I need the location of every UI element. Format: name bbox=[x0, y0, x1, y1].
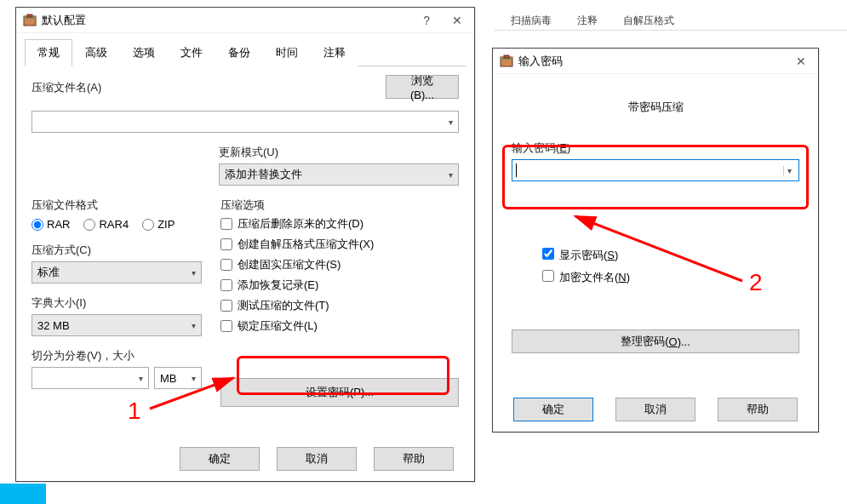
opt-delete-after[interactable]: 压缩后删除原来的文件(D) bbox=[220, 216, 459, 232]
method-label: 压缩方式(C) bbox=[31, 243, 202, 258]
update-mode-combo[interactable]: 添加并替换文件 ▾ bbox=[219, 163, 459, 186]
taskbar-fragment bbox=[0, 484, 46, 504]
password-headline: 带密码压缩 bbox=[512, 100, 799, 115]
tab-backup[interactable]: 备份 bbox=[215, 39, 263, 66]
dict-label: 字典大小(I) bbox=[31, 295, 202, 311]
archive-name-label: 压缩文件名(A) bbox=[31, 80, 379, 95]
tab-comment[interactable]: 注释 bbox=[311, 39, 358, 66]
close-button[interactable]: ✕ bbox=[447, 12, 467, 29]
svg-rect-2 bbox=[27, 14, 32, 17]
update-mode-label: 更新模式(U) bbox=[219, 145, 459, 160]
options-label: 压缩选项 bbox=[220, 198, 459, 213]
method-value: 标准 bbox=[37, 265, 60, 280]
tab-bar: 常规 高级 选项 文件 备份 时间 注释 bbox=[25, 38, 466, 66]
archive-name-combo[interactable]: ▾ bbox=[31, 111, 459, 133]
dialog1-ok-button[interactable]: 确定 bbox=[180, 447, 260, 471]
opt-solid[interactable]: 创建固实压缩文件(S) bbox=[220, 257, 459, 272]
dialog2-titlebar: 输入密码 ✕ bbox=[493, 49, 818, 74]
toolbar-sfx[interactable]: 自解压格式 bbox=[623, 2, 674, 28]
set-password-button[interactable]: 设置密码(P)... bbox=[220, 378, 459, 407]
help-button[interactable]: ? bbox=[418, 12, 435, 29]
tab-general[interactable]: 常规 bbox=[25, 39, 72, 66]
svg-rect-5 bbox=[504, 55, 509, 58]
toolbar-comment[interactable]: 注释 bbox=[577, 2, 598, 28]
close-button[interactable]: ✕ bbox=[791, 53, 811, 70]
dialog2-title: 输入密码 bbox=[518, 54, 791, 69]
format-rar[interactable]: RAR bbox=[31, 218, 70, 231]
annotation-1: 1 bbox=[128, 398, 141, 425]
tab-advanced[interactable]: 高级 bbox=[72, 39, 120, 66]
format-zip[interactable]: ZIP bbox=[142, 218, 175, 231]
dialog1-title: 默认配置 bbox=[42, 13, 418, 28]
dict-value: 32 MB bbox=[37, 319, 70, 332]
dialog2-help-button[interactable]: 帮助 bbox=[718, 398, 798, 421]
opt-sfx[interactable]: 创建自解压格式压缩文件(X) bbox=[220, 237, 459, 252]
update-mode-value: 添加并替换文件 bbox=[225, 167, 302, 182]
opt-recovery[interactable]: 添加恢复记录(E) bbox=[220, 278, 459, 293]
dialog2-cancel-button[interactable]: 取消 bbox=[615, 398, 695, 421]
winrar-icon bbox=[500, 54, 513, 68]
winrar-icon bbox=[23, 14, 37, 27]
enter-password-label: 输入密码(E) bbox=[512, 140, 799, 156]
opt-lock[interactable]: 锁定压缩文件(L) bbox=[220, 318, 459, 334]
dialog1-titlebar: 默认配置 ? ✕ bbox=[16, 8, 474, 33]
toolbar-scan[interactable]: 扫描病毒 bbox=[511, 2, 552, 28]
dict-combo[interactable]: 32 MB▾ bbox=[31, 314, 202, 336]
enter-password-dialog: 输入密码 ✕ 带密码压缩 输入密码(E) ▾ 显示密码(S) 加密文件名(N) … bbox=[492, 48, 819, 432]
tab-files[interactable]: 文件 bbox=[168, 39, 215, 66]
volume-label: 切分为分卷(V)，大小 bbox=[31, 348, 202, 364]
format-rar4[interactable]: RAR4 bbox=[83, 218, 129, 231]
dialog2-ok-button[interactable]: 确定 bbox=[513, 398, 593, 421]
method-combo[interactable]: 标准▾ bbox=[31, 261, 202, 284]
show-password-checkbox[interactable]: 显示密码(S) bbox=[542, 248, 799, 263]
password-input[interactable]: ▾ bbox=[512, 159, 799, 181]
browse-button[interactable]: 浏览(B)... bbox=[386, 75, 459, 99]
manage-passwords-button[interactable]: 整理密码(O)... bbox=[512, 329, 799, 353]
opt-test[interactable]: 测试压缩的文件(T) bbox=[220, 298, 459, 313]
annotation-2: 2 bbox=[749, 269, 763, 296]
volume-size-combo[interactable]: ▾ bbox=[31, 367, 149, 389]
format-label: 压缩文件格式 bbox=[31, 198, 202, 213]
default-config-dialog: 默认配置 ? ✕ 常规 高级 选项 文件 备份 时间 注释 压缩文件名(A) 浏… bbox=[15, 7, 475, 482]
dialog1-help-button[interactable]: 帮助 bbox=[374, 447, 454, 471]
background-toolbar: 扫描病毒 注释 自解压格式 bbox=[494, 0, 847, 31]
tab-time[interactable]: 时间 bbox=[263, 39, 311, 66]
tab-options[interactable]: 选项 bbox=[120, 39, 168, 66]
volume-unit-combo[interactable]: MB▾ bbox=[154, 367, 202, 389]
dialog1-cancel-button[interactable]: 取消 bbox=[277, 447, 357, 471]
